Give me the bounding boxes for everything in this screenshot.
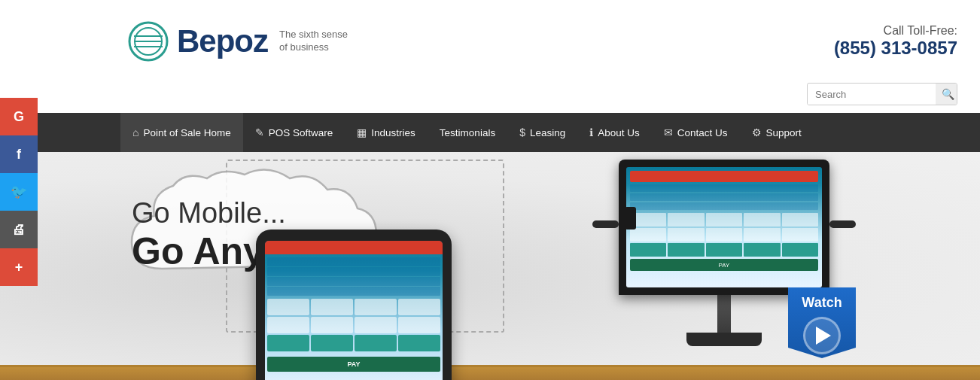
call-label: Call Toll-Free: bbox=[834, 24, 957, 38]
pos-cell-4 bbox=[744, 213, 780, 226]
hero-floor bbox=[0, 365, 980, 380]
dollar-icon: $ bbox=[519, 126, 525, 138]
nav-label-industries: Industries bbox=[371, 127, 415, 138]
watch-label: Watch bbox=[802, 295, 842, 311]
pos-stand-base bbox=[686, 333, 762, 346]
pos-cell-5 bbox=[782, 213, 818, 226]
cell-6 bbox=[311, 317, 353, 333]
hero-line1: Go Mobile... bbox=[132, 197, 373, 230]
play-triangle-icon bbox=[816, 327, 831, 345]
watch-button[interactable]: Watch bbox=[788, 287, 856, 358]
nav-item-testimonials[interactable]: Testimonials bbox=[428, 113, 507, 152]
edit-icon: ✎ bbox=[255, 126, 264, 138]
pos-cell-15 bbox=[782, 243, 818, 257]
screen-row-4 bbox=[267, 287, 440, 296]
pos-cell-13 bbox=[706, 243, 742, 257]
print-button[interactable]: 🖨 bbox=[0, 211, 38, 248]
nav-item-about[interactable]: ℹ About Us bbox=[577, 113, 652, 152]
pos-cell-12 bbox=[668, 243, 704, 257]
cell-10 bbox=[311, 335, 353, 351]
pos-arm-left bbox=[592, 220, 619, 228]
navbar: ⌂ Point of Sale Home ✎ POS Software ▦ In… bbox=[0, 113, 980, 152]
pos-cell-3 bbox=[706, 213, 742, 226]
social-sidebar: G f 🐦 🖨 + bbox=[0, 98, 38, 286]
screen-grid bbox=[265, 296, 443, 354]
pos-cell-6 bbox=[630, 228, 666, 242]
cell-12 bbox=[398, 335, 440, 351]
watch-ribbon: Watch bbox=[788, 287, 856, 358]
nav-item-pos-software[interactable]: ✎ POS Software bbox=[243, 113, 345, 152]
pos-side-control bbox=[625, 207, 636, 230]
pos-cell-9 bbox=[744, 228, 780, 242]
pos-pay-bar: PAY bbox=[630, 259, 818, 271]
screen-row-1 bbox=[267, 257, 440, 266]
nav-item-leasing[interactable]: $ Leasing bbox=[507, 113, 577, 152]
grid-icon: ▦ bbox=[357, 126, 367, 138]
watch-play-circle bbox=[803, 317, 841, 354]
facebook-share-button[interactable]: f bbox=[0, 135, 38, 173]
pos-cell-2 bbox=[668, 213, 704, 226]
pos-arm-right bbox=[829, 220, 856, 228]
gear-icon: ⚙ bbox=[752, 126, 762, 138]
tablet-screen: PAY bbox=[265, 241, 443, 380]
cell-3 bbox=[355, 299, 397, 315]
nav-label-contact: Contact Us bbox=[677, 127, 728, 138]
nav-item-home[interactable]: ⌂ Point of Sale Home bbox=[120, 113, 243, 152]
google-share-button[interactable]: G bbox=[0, 98, 38, 135]
pos-cell-7 bbox=[668, 228, 704, 242]
twitter-share-button[interactable]: 🐦 bbox=[0, 173, 38, 211]
nav-label-home: Point of Sale Home bbox=[143, 127, 230, 138]
pos-stand-post bbox=[717, 295, 731, 333]
pos-screen-body: PAY bbox=[619, 160, 829, 295]
search-button[interactable]: 🔍 bbox=[936, 84, 957, 105]
nav-label-about: About Us bbox=[598, 127, 640, 138]
nav-label-testimonials: Testimonials bbox=[440, 127, 495, 138]
screen-pay-bar: PAY bbox=[267, 357, 440, 372]
pos-row-2 bbox=[630, 193, 818, 201]
nav-item-support[interactable]: ⚙ Support bbox=[740, 113, 814, 152]
tablet-body: PAY bbox=[256, 230, 452, 380]
nav-label-support: Support bbox=[766, 127, 802, 138]
cell-1 bbox=[267, 299, 309, 315]
info-icon: ℹ bbox=[589, 126, 593, 138]
screen-row-3 bbox=[267, 277, 440, 286]
contact-info: Call Toll-Free: (855) 313-0857 bbox=[834, 24, 957, 59]
pos-cell-14 bbox=[744, 243, 780, 257]
cell-5 bbox=[267, 317, 309, 333]
pos-screen: PAY bbox=[626, 167, 822, 287]
email-icon: ✉ bbox=[664, 126, 673, 138]
cell-9 bbox=[267, 335, 309, 351]
pos-grid bbox=[630, 213, 818, 257]
pos-row-1 bbox=[630, 184, 818, 192]
cell-11 bbox=[355, 335, 397, 351]
logo-icon bbox=[128, 21, 169, 62]
cell-8 bbox=[398, 317, 440, 333]
call-number: (855) 313-0857 bbox=[834, 38, 957, 59]
hero-section: Go Mobile... Go Anywhere bbox=[0, 152, 980, 380]
home-icon: ⌂ bbox=[132, 126, 138, 138]
cell-7 bbox=[355, 317, 397, 333]
pos-screen-header bbox=[630, 171, 818, 182]
logo-area[interactable]: Bepoz The sixth senseof business bbox=[128, 21, 348, 62]
cell-2 bbox=[311, 299, 353, 315]
plus-share-button[interactable]: + bbox=[0, 248, 38, 286]
tablet-device: PAY bbox=[256, 230, 452, 380]
brand-tagline: The sixth senseof business bbox=[279, 29, 348, 54]
screen-row-2 bbox=[267, 267, 440, 276]
pos-cell-10 bbox=[782, 228, 818, 242]
header: Bepoz The sixth senseof business Call To… bbox=[0, 0, 980, 83]
nav-label-pos-software: POS Software bbox=[269, 127, 333, 138]
brand-name: Bepoz bbox=[177, 23, 268, 59]
pos-cell-11 bbox=[630, 243, 666, 257]
pos-cell-8 bbox=[706, 228, 742, 242]
search-input[interactable] bbox=[808, 84, 936, 105]
screen-header bbox=[265, 241, 443, 254]
cell-4 bbox=[398, 299, 440, 315]
search-wrap[interactable]: 🔍 bbox=[807, 83, 957, 105]
nav-label-leasing: Leasing bbox=[530, 127, 565, 138]
search-area: 🔍 bbox=[0, 83, 980, 113]
pos-row-3 bbox=[630, 202, 818, 210]
nav-item-contact[interactable]: ✉ Contact Us bbox=[652, 113, 740, 152]
nav-item-industries[interactable]: ▦ Industries bbox=[345, 113, 428, 152]
